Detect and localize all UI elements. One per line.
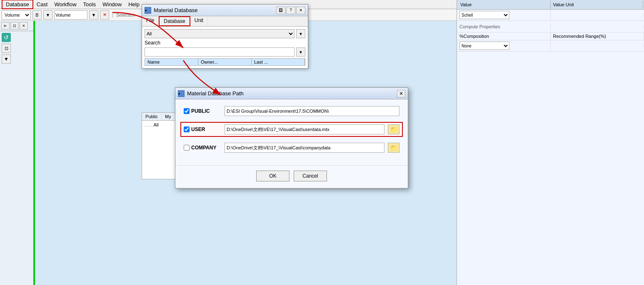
- sidebar-btn-2[interactable]: ⊡: [10, 22, 19, 30]
- right-panel-none-cell: None: [457, 40, 551, 51]
- user-checkbox[interactable]: [184, 126, 190, 132]
- mat-db-all-dropdown-btn[interactable]: ▼: [296, 29, 305, 38]
- menu-help[interactable]: Help: [125, 0, 143, 8]
- mat-db-titlebar: ▪ Material Database 🖼 ? ✕: [142, 5, 308, 16]
- public-label-text: PUBLIC: [191, 108, 210, 114]
- right-panel-recommended-cell: Recommended Range(%): [551, 32, 644, 40]
- mat-db-path-dialog: ▪ Material Database Path ✕ PUBLIC USER 📁: [175, 87, 408, 188]
- mat-db-tab-database[interactable]: Database: [159, 16, 190, 26]
- dialog-body: PUBLIC USER 📁 COMPANY 📁: [175, 99, 408, 165]
- right-panel-header: Value Value Unit: [457, 0, 644, 10]
- mat-db-menu: File Database Unit: [142, 16, 308, 27]
- mat-db-close-btn[interactable]: ✕: [296, 7, 305, 14]
- mat-db-search-dropdown-btn[interactable]: ▼: [296, 47, 305, 57]
- menu-database[interactable]: Database: [2, 0, 33, 9]
- left-sidebar: ⊳ ⊡ ✕ ↺ ⊡ ▼: [0, 21, 35, 285]
- none-select[interactable]: None: [459, 42, 509, 50]
- volume-input[interactable]: [54, 10, 87, 20]
- company-label-text: COMPANY: [191, 145, 216, 151]
- user-path-input[interactable]: [225, 124, 384, 134]
- right-panel-compute-cell: Compute Properties: [457, 23, 551, 30]
- right-panel-cell-1: Scheil: [457, 10, 551, 20]
- mat-db-all-select[interactable]: All: [145, 29, 295, 38]
- user-browse-btn[interactable]: 📁: [388, 124, 399, 134]
- user-label-text: USER: [191, 126, 205, 132]
- refresh-icon[interactable]: ↺: [2, 33, 11, 42]
- right-panel: Value Value Unit Scheil Compute Properti…: [457, 0, 644, 285]
- right-panel-row-3: %Composition Recommended Range(%): [457, 32, 644, 40]
- menu-workflow[interactable]: Workflow: [51, 0, 80, 8]
- menu-window[interactable]: Window: [99, 0, 125, 8]
- scheil-select[interactable]: Scheil: [459, 11, 509, 19]
- tab-public[interactable]: Public: [142, 113, 162, 120]
- mat-db-image-btn[interactable]: 🖼: [276, 7, 285, 14]
- mat-db-search-input-row: ▼: [145, 47, 305, 57]
- mat-db-window-icon: ▪: [145, 7, 151, 14]
- toolbar-btn-dropdown2[interactable]: ▼: [89, 10, 98, 20]
- mat-db-col-owner: Owner...: [198, 59, 252, 65]
- mat-db-table-header: Name Owner... Last ...: [145, 58, 305, 66]
- toolbar-btn-x[interactable]: ✕: [100, 10, 109, 20]
- right-col-value-unit: Value Unit: [551, 1, 644, 8]
- right-panel-row-2: Compute Properties: [457, 21, 644, 32]
- right-col-value: Value: [458, 1, 551, 8]
- tree-dots: .......: [144, 122, 152, 127]
- dialog-title: Material Database Path: [187, 90, 397, 97]
- tree-all-label: All: [153, 122, 158, 127]
- sidebar-icons: ↺ ⊡ ▼: [0, 31, 35, 65]
- right-panel-cell-2b: [551, 25, 644, 28]
- toolbar-btn-b[interactable]: B: [32, 10, 42, 20]
- company-checkbox-label: COMPANY: [184, 145, 221, 151]
- company-folder-icon: 📁: [390, 144, 397, 151]
- mat-db-search-input[interactable]: [145, 47, 295, 57]
- tab-my[interactable]: My: [162, 113, 175, 120]
- right-panel-cell-4b: [551, 45, 644, 47]
- user-checkbox-label: USER: [184, 126, 221, 132]
- dialog-titlebar: ▪ Material Database Path ✕: [175, 88, 408, 99]
- company-checkbox[interactable]: [184, 145, 190, 151]
- mat-db-tab-unit[interactable]: Unit: [190, 16, 208, 26]
- folder-icon: 📁: [390, 126, 397, 133]
- public-path-input[interactable]: [225, 106, 399, 116]
- selection-label: Selection: [112, 12, 135, 17]
- dialog-user-row: USER 📁: [180, 122, 403, 137]
- mat-db-window-title: Material Database: [154, 7, 276, 13]
- dialog-company-row: COMPANY 📁: [184, 143, 399, 153]
- mat-db-search-label: Search: [145, 40, 165, 46]
- mat-db-all-row: All ▼: [145, 29, 305, 38]
- mat-db-search-row: Search: [145, 40, 305, 46]
- green-border: [33, 21, 35, 285]
- right-panel-composition-cell: %Composition: [457, 32, 551, 40]
- ok-button[interactable]: OK: [256, 171, 290, 181]
- mat-database-window: ▪ Material Database 🖼 ? ✕ File Database …: [142, 4, 308, 69]
- sidebar-btn-close[interactable]: ✕: [20, 22, 28, 30]
- mat-db-content: All ▼ Search ▼ Name Owner... Last ...: [142, 27, 308, 68]
- company-browse-btn[interactable]: 📁: [388, 143, 399, 153]
- mat-db-question-btn[interactable]: ?: [286, 7, 295, 14]
- volume-select[interactable]: Volume: [2, 10, 31, 20]
- mat-db-tab-file[interactable]: File: [142, 16, 159, 26]
- public-checkbox[interactable]: [184, 108, 190, 114]
- dropdown-icon-sidebar[interactable]: ▼: [2, 55, 11, 64]
- dialog-public-row: PUBLIC: [184, 106, 399, 116]
- company-path-input[interactable]: [225, 143, 384, 153]
- right-panel-cell-1b: [551, 14, 644, 16]
- menu-tools[interactable]: Tools: [80, 0, 99, 8]
- dialog-close-btn[interactable]: ✕: [397, 90, 405, 97]
- menu-cast[interactable]: Cast: [33, 0, 51, 8]
- dialog-footer: OK Cancel: [175, 165, 408, 188]
- right-panel-row-4: None: [457, 40, 644, 52]
- mat-db-titlebar-btns: 🖼 ? ✕: [276, 7, 305, 14]
- cancel-button[interactable]: Cancel: [294, 171, 327, 181]
- sidebar-btn-1[interactable]: ⊳: [1, 22, 10, 30]
- copy-icon[interactable]: ⊡: [2, 44, 11, 53]
- right-panel-row-1: Scheil: [457, 10, 644, 21]
- mat-db-col-last: Last ...: [252, 59, 305, 65]
- sidebar-top-toolbar: ⊳ ⊡ ✕: [0, 21, 35, 31]
- public-checkbox-label: PUBLIC: [184, 108, 221, 114]
- mat-db-col-name: Name: [145, 59, 198, 65]
- toolbar-btn-arrow[interactable]: ▼: [43, 10, 52, 20]
- dialog-icon: ▪: [178, 90, 185, 97]
